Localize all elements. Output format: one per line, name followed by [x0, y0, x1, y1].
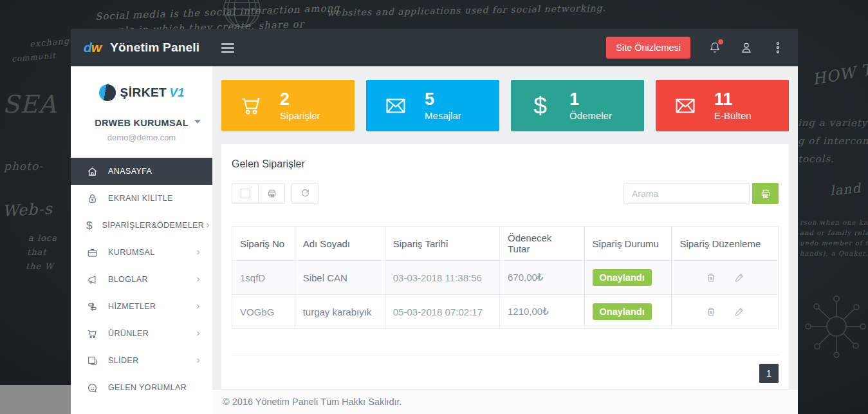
delete-order-button[interactable] — [705, 272, 717, 283]
stat-card-ebulten[interactable]: 11E-Bülten — [656, 80, 789, 131]
page-button-1[interactable]: 1 — [759, 364, 779, 383]
table-row: 1sqfD Sibel CAN 03-03-2018 11:38:56 670,… — [232, 261, 779, 295]
stat-cards: 2Siparişler 5Mesajlar $ 1Ödemeler 11 — [212, 66, 798, 131]
edit-order-button[interactable] — [734, 272, 745, 283]
chalk-text: communit — [12, 51, 57, 64]
notification-badge-dot — [718, 39, 723, 44]
sidebar: ŞİRKET V1 DRWEB KURUMSAL demo@demo.com A… — [71, 66, 212, 414]
sidebar-item-bloglar[interactable]: BLOGLAR — [71, 266, 212, 293]
order-customer: turgay karabıyık — [295, 295, 385, 329]
edit-order-button[interactable] — [734, 306, 745, 317]
sidebar-item-anasayfa[interactable]: ANASAYFA — [71, 158, 212, 185]
company-logo-mark — [99, 84, 116, 101]
top-navbar: dw Yönetim Paneli Site Önizlemesi — [71, 29, 798, 66]
admin-panel-window: dw Yönetim Paneli Site Önizlemesi — [71, 29, 798, 414]
refresh-button[interactable] — [291, 183, 319, 204]
megaphone-icon — [86, 274, 98, 286]
dollar-icon: $ — [511, 94, 569, 118]
home-icon — [86, 165, 98, 178]
stat-value: 1 — [569, 90, 612, 108]
chalk-text: rson when one knows — [800, 219, 868, 226]
pagination: 1 — [232, 364, 779, 383]
sidebar-item-urunler[interactable]: ÜRÜNLER — [71, 320, 212, 347]
sidebar-item-slider[interactable]: SLİDER — [71, 347, 212, 374]
layers-icon — [86, 355, 98, 367]
col-header-adi-soyadi: Adı Soyadı — [295, 227, 385, 261]
delete-order-button[interactable] — [705, 306, 717, 317]
col-header-siparis-duzenleme: Sipariş Düzenleme — [672, 227, 779, 261]
screen: Social media is the social interaction a… — [0, 0, 868, 414]
sidebar-item-label: BLOGLAR — [108, 275, 148, 284]
sidebar-menu: ANASAYFA EKRANI KİLİTLE $ SİPARİŞLER&ÖDE… — [71, 158, 212, 401]
order-no: VOGbG — [232, 295, 295, 329]
sidebar-item-label: ÜRÜNLER — [108, 329, 149, 338]
table-header-row: Sipariş No Adı Soyadı Sipariş Tarihi Öde… — [232, 227, 779, 261]
panel-title: Gelen Siparişler — [232, 158, 779, 170]
chevron-right-icon — [194, 357, 202, 364]
chalk-text: Web-s — [2, 200, 53, 220]
stat-card-odemeler[interactable]: $ 1Ödemeler — [511, 80, 644, 131]
refresh-icon — [300, 188, 311, 199]
sidebar-item-hizmetler[interactable]: HİZMETLER — [71, 293, 212, 320]
cart-icon — [86, 328, 98, 340]
checkbox[interactable] — [241, 189, 250, 198]
chalk-text: undo member of the — [800, 240, 868, 247]
chalk-text: g of interconnected — [798, 135, 868, 147]
user-account-icon[interactable] — [739, 41, 753, 55]
notifications-bell-icon[interactable] — [708, 41, 722, 55]
account-name: DRWEB KURUMSAL — [71, 118, 212, 128]
stat-label: Ödemeler — [569, 110, 612, 121]
main-content: 2Siparişler 5Mesajlar $ 1Ödemeler 11 — [212, 66, 798, 414]
search-input[interactable] — [623, 183, 750, 204]
site-preview-button[interactable]: Site Önizlemesi — [606, 37, 690, 59]
col-header-odenecek-tutar: Ödenecek Tutar — [499, 227, 584, 261]
print-button[interactable] — [258, 183, 285, 204]
menu-toggle-icon[interactable] — [219, 39, 237, 57]
sidebar-item-label: ANASAYFA — [108, 167, 152, 176]
more-options-dots-icon[interactable] — [771, 41, 785, 55]
chalk-text: land — [829, 180, 862, 199]
copyright-text: © 2016 Yönetim Paneli Tüm Hakkı Saklıdır… — [223, 397, 402, 407]
sidebar-item-label: HİZMETLER — [108, 302, 156, 311]
trash-icon — [705, 272, 717, 283]
search-print-button[interactable] — [752, 183, 779, 204]
briefcase-icon — [86, 247, 98, 259]
col-header-siparis-durumu: Sipariş Durumu — [584, 227, 672, 261]
sidebar-item-ekrani-kilitle[interactable]: EKRANI KİLİTLE — [71, 185, 212, 212]
footer: © 2016 Yönetim Paneli Tüm Hakkı Saklıdır… — [212, 389, 798, 414]
sidebar-item-label: EKRANI KİLİTLE — [108, 194, 173, 203]
trash-icon — [705, 306, 717, 317]
stat-label: Siparişler — [280, 110, 320, 121]
pencil-icon — [734, 306, 745, 317]
account-dropdown[interactable]: DRWEB KURUMSAL demo@demo.com — [71, 118, 212, 142]
stat-label: E-Bülten — [714, 110, 752, 121]
stat-card-mesajlar[interactable]: 5Mesajlar — [366, 80, 499, 131]
brand-logo: dw — [84, 40, 101, 55]
order-amount: 670,00₺ — [499, 261, 584, 295]
order-customer: Sibel CAN — [295, 261, 385, 295]
select-all-button[interactable] — [232, 183, 259, 204]
sidebar-item-siparisler-odemeler[interactable]: $ SİPARİŞLER&ÖDEMELER — [71, 212, 212, 239]
sidebar-item-label: SİPARİŞLER&ÖDEMELER — [102, 221, 204, 230]
stat-card-siparisler[interactable]: 2Siparişler — [221, 80, 355, 131]
dollar-icon: $ — [86, 220, 92, 232]
chalk-text: SEA — [3, 90, 57, 118]
chalk-text: HOW TO — [811, 58, 868, 88]
sidebar-item-kurumsal[interactable]: KURUMSAL — [71, 239, 212, 266]
company-logo: ŞİRKET V1 — [71, 84, 212, 101]
app-title: Yönetim Paneli — [110, 41, 199, 55]
signpost-icon — [86, 301, 98, 313]
status-badge: Onaylandı — [593, 303, 652, 320]
status-badge: Onaylandı — [593, 269, 652, 286]
orders-toolbar — [232, 183, 779, 204]
desk-band — [0, 385, 71, 414]
col-header-siparis-tarihi: Sipariş Tarihi — [385, 227, 499, 261]
sidebar-item-gelen-yorumlar[interactable]: GELEN YORUMLAR — [71, 374, 212, 401]
chalk-text: the W — [26, 261, 54, 271]
stat-value: 5 — [425, 90, 461, 108]
chevron-right-icon — [194, 303, 202, 310]
chevron-right-icon — [194, 249, 202, 256]
sidebar-item-label: KURUMSAL — [108, 248, 155, 257]
chalk-text: that — [27, 247, 47, 257]
stat-value: 2 — [280, 90, 320, 108]
